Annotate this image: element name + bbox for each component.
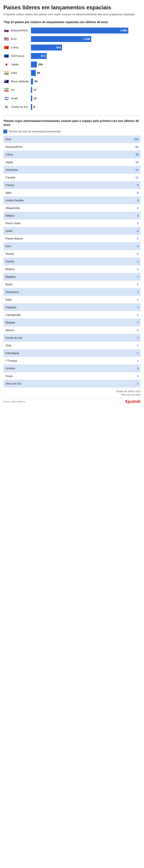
astro-country: Reino Unido xyxy=(3,220,126,227)
bar-row: 🇨🇳China543 xyxy=(3,44,141,51)
bar-row: 🇳🇿Nova Zelândia38 xyxy=(3,78,141,85)
astro-value: 3 xyxy=(126,197,141,204)
astro-country: Coreia do Sul xyxy=(3,334,126,342)
bar-chart-rows: 🇷🇺Rússia/URSS1.696🇺🇸EUA1.046🇨🇳China543🇪🇺… xyxy=(3,27,141,110)
bar-value: 274 xyxy=(41,54,45,58)
astro-value: 1 xyxy=(126,281,141,288)
astro-value: 1 xyxy=(126,273,141,280)
bar-value-outside: 38 xyxy=(34,80,37,83)
flag-name: 🇮🇱Israel xyxy=(3,95,31,101)
astro-value: 1 xyxy=(126,266,141,273)
country-name: Nova Zelândia xyxy=(11,80,29,83)
astro-row: Rússia/URSS81 xyxy=(3,143,141,151)
astro-country: Israel xyxy=(3,227,126,235)
bar-area: 8 xyxy=(31,104,141,110)
flag-name: 🇷🇺Rússia/URSS xyxy=(3,28,31,33)
astro-row: França9 xyxy=(3,181,141,189)
astro-row: Cazaquistão1 xyxy=(3,311,141,319)
country-name: UE/França xyxy=(11,54,24,58)
astro-row: EUA316 xyxy=(3,135,141,143)
astro-row: EAU2 xyxy=(3,243,141,250)
astro-legend: Número de voos de astronautas/cosmonauta… xyxy=(3,130,141,133)
astro-country: Bulgária xyxy=(3,273,126,280)
astro-value: 2 xyxy=(126,220,141,227)
astro-country: Bélgica xyxy=(3,212,126,219)
astro-country: Índia xyxy=(3,296,126,303)
country-name: Israel xyxy=(11,97,18,100)
astro-row: Ucrânia1 xyxy=(3,365,141,372)
astro-row: Itália8 xyxy=(3,189,141,197)
sputnik-logo: Sputnik xyxy=(125,399,141,404)
bar-area: 38 xyxy=(31,79,141,85)
flag-icon: 🇨🇳 xyxy=(3,44,9,51)
astro-country: Afeganistão xyxy=(3,204,126,212)
bar-value-outside: 104 xyxy=(38,63,43,66)
astro-row: Suécia2 xyxy=(3,250,141,258)
astro-country: Países Baixos xyxy=(3,235,126,242)
bar xyxy=(31,87,32,93)
astro-value: 9 xyxy=(126,181,141,189)
astro-country: Ucrânia xyxy=(3,365,126,372)
astro-value: 20 xyxy=(126,151,141,158)
bar: 274 xyxy=(31,53,46,59)
astro-country: Canadá xyxy=(3,174,126,181)
bar-row: 🇺🇸EUA1.046 xyxy=(3,36,141,42)
bar-row: 🇪🇺UE/França274 xyxy=(3,53,141,59)
bar-row: 🇷🇺Rússia/URSS1.696 xyxy=(3,27,141,34)
country-name: Japão xyxy=(11,63,19,66)
bar-value: 543 xyxy=(56,46,61,49)
bar-area: 274 xyxy=(31,53,141,59)
astro-country: Síria xyxy=(3,342,126,349)
astro-value: 1 xyxy=(126,365,141,372)
country-name: Índia xyxy=(11,71,17,75)
flag-name: 🇳🇿Nova Zelândia xyxy=(3,79,31,85)
main-container: Países líderes em lançamentos espaciais … xyxy=(0,0,144,406)
astro-country: EAU xyxy=(3,243,126,250)
bar-area: 104 xyxy=(31,62,141,67)
astro-country: Suécia xyxy=(3,250,126,257)
astro-value: 2 xyxy=(126,227,141,235)
astro-value: 2 xyxy=(126,250,141,257)
astro-row: **Turquia1 xyxy=(3,357,141,365)
astro-row: Reino Unido2 xyxy=(3,220,141,227)
bar-value-outside: 8 xyxy=(33,105,35,108)
flag-name: 🇰🇷Coreia do Sul xyxy=(3,104,31,110)
bar xyxy=(31,62,37,67)
astro-country: África do Sul xyxy=(3,380,126,388)
astro-row: Afeganistão2 xyxy=(3,204,141,212)
bar-area: 12 xyxy=(31,95,141,101)
astro-row: Coreia do Sul1 xyxy=(3,334,141,342)
bar xyxy=(31,70,36,76)
footer-source: Fonte: dados abertos Sputnik xyxy=(3,398,141,404)
bar: 1.046 xyxy=(31,36,91,42)
bar-value-outside: 12 xyxy=(33,97,36,100)
astro-row: Eslováquia1 xyxy=(3,349,141,357)
astro-country: Arábia Saudita xyxy=(3,197,126,204)
flag-name: 🇪🇺UE/França xyxy=(3,53,31,59)
astro-row: Japão14 xyxy=(3,158,141,166)
footer-note1: *Dados de 1983 a 2023 xyxy=(3,390,141,393)
country-name: Rússia/URSS xyxy=(11,29,28,32)
astro-country: Itália xyxy=(3,189,126,196)
astro-country: México xyxy=(3,327,126,334)
flag-icon: 🇮🇳 xyxy=(3,70,9,76)
section1-title: *Top 10 países por número de lançamentos… xyxy=(3,20,141,24)
astro-value: 1 xyxy=(126,357,141,365)
astro-country: **Turquia xyxy=(3,357,126,365)
astro-table-rows: EUA316Rússia/URSS81China20Japão14Alemanh… xyxy=(3,135,141,388)
astro-value: 2 xyxy=(126,243,141,250)
astro-value: 1 xyxy=(126,319,141,326)
astro-country: Japão xyxy=(3,158,126,166)
bar-chart-section: *Top 10 países por número de lançamentos… xyxy=(3,20,141,110)
astro-country: Eslováquia xyxy=(3,349,126,357)
flag-name: 🇮🇷Irã xyxy=(3,87,31,93)
astro-value: 1 xyxy=(126,304,141,311)
astro-row: México1 xyxy=(3,327,141,334)
astro-row: Suíça1 xyxy=(3,372,141,380)
country-name: China xyxy=(11,46,18,49)
bar xyxy=(31,79,33,85)
flag-name: 🇯🇵Japão xyxy=(3,62,31,67)
astro-country: Suíça xyxy=(3,372,126,380)
astro-value: 316 xyxy=(126,135,141,143)
astro-country: Brasil xyxy=(3,281,126,288)
